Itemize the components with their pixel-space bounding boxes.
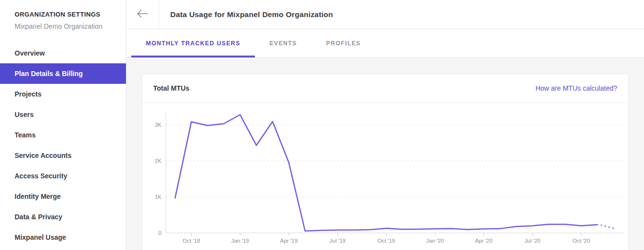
sidebar-item-service-accounts[interactable]: Service Accounts bbox=[0, 145, 126, 166]
tab-profiles[interactable]: PROFILES bbox=[312, 29, 376, 57]
sidebar-item-identity-merge[interactable]: Identity Merge bbox=[0, 186, 126, 207]
app-window: ORGANIZATION SETTINGS Mixpanel Demo Orga… bbox=[0, 0, 644, 250]
sidebar-title: ORGANIZATION SETTINGS bbox=[15, 11, 111, 18]
svg-text:Oct '20: Oct '20 bbox=[572, 238, 590, 244]
back-button[interactable] bbox=[126, 0, 159, 29]
svg-text:Jan '20: Jan '20 bbox=[426, 238, 444, 244]
sidebar-item-teams[interactable]: Teams bbox=[0, 125, 126, 145]
card-title: Total MTUs bbox=[153, 84, 189, 92]
svg-text:Jul '20: Jul '20 bbox=[524, 238, 540, 244]
tab-monthly-tracked-users[interactable]: MONTHLY TRACKED USERS bbox=[131, 29, 255, 57]
total-mtus-card: Total MTUs How are MTUs calculated? 01K2… bbox=[142, 74, 629, 250]
svg-text:Jul '19: Jul '19 bbox=[330, 238, 346, 244]
svg-text:Oct '19: Oct '19 bbox=[377, 238, 395, 244]
sidebar-header: ORGANIZATION SETTINGS Mixpanel Demo Orga… bbox=[0, 11, 126, 30]
back-arrow-icon bbox=[136, 9, 149, 20]
svg-text:2K: 2K bbox=[155, 158, 161, 164]
tab-events[interactable]: EVENTS bbox=[255, 29, 311, 57]
svg-text:Apr '20: Apr '20 bbox=[475, 238, 493, 244]
tab-bar: MONTHLY TRACKED USERS EVENTS PROFILES bbox=[126, 29, 644, 58]
sidebar-item-projects[interactable]: Projects bbox=[0, 84, 126, 104]
card-header: Total MTUs How are MTUs calculated? bbox=[142, 74, 628, 103]
svg-text:Jan '19: Jan '19 bbox=[231, 238, 249, 244]
svg-text:Apr '19: Apr '19 bbox=[280, 238, 298, 244]
organization-settings-sidebar: ORGANIZATION SETTINGS Mixpanel Demo Orga… bbox=[0, 0, 126, 250]
svg-text:Oct '18: Oct '18 bbox=[182, 238, 200, 244]
sidebar-item-overview[interactable]: Overview bbox=[0, 43, 126, 63]
sidebar-item-users[interactable]: Users bbox=[0, 104, 126, 125]
chart-area: 01K2K3KOct '18Jan '19Apr '19Jul '19Oct '… bbox=[142, 103, 628, 250]
page-header: Data Usage for Mixpanel Demo Organizatio… bbox=[126, 0, 644, 29]
sidebar-item-mixpanel-usage[interactable]: Mixpanel Usage bbox=[0, 227, 126, 248]
page-title: Data Usage for Mixpanel Demo Organizatio… bbox=[170, 10, 333, 19]
mtu-line-chart: 01K2K3KOct '18Jan '19Apr '19Jul '19Oct '… bbox=[142, 103, 628, 250]
svg-text:1K: 1K bbox=[155, 194, 161, 200]
organization-name: Mixpanel Demo Organization bbox=[15, 22, 111, 30]
content-area: Total MTUs How are MTUs calculated? 01K2… bbox=[126, 58, 644, 250]
sidebar-item-access-security[interactable]: Access Security bbox=[0, 166, 126, 186]
main-panel: Data Usage for Mixpanel Demo Organizatio… bbox=[126, 0, 644, 250]
sidebar-item-plan-details-billing[interactable]: Plan Details & Billing bbox=[0, 63, 126, 84]
sidebar-nav: Overview Plan Details & Billing Projects… bbox=[0, 43, 126, 248]
mtu-help-link[interactable]: How are MTUs calculated? bbox=[536, 84, 617, 92]
svg-text:0: 0 bbox=[159, 230, 161, 236]
sidebar-item-data-privacy[interactable]: Data & Privacy bbox=[0, 207, 126, 227]
svg-text:3K: 3K bbox=[155, 122, 161, 128]
